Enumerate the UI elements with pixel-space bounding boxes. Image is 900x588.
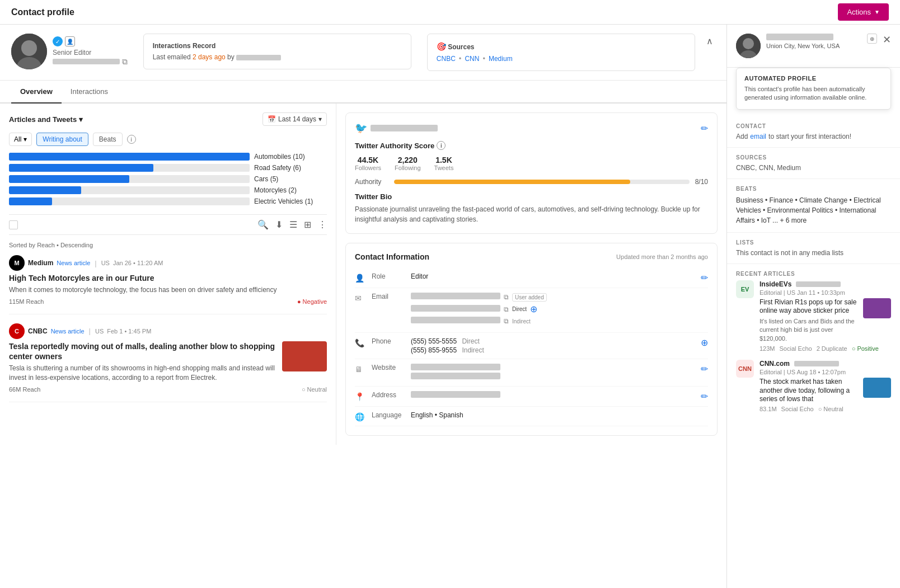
- search-icon[interactable]: 🔍: [257, 219, 269, 230]
- pipe-sep: |: [95, 259, 96, 267]
- toolbar-left: [9, 220, 18, 229]
- edit-icon[interactable]: ✏: [701, 123, 708, 134]
- copy-icon[interactable]: ⧉: [122, 57, 128, 66]
- add-phone-icon[interactable]: ⊕: [701, 337, 708, 348]
- recent-article-thumb-1: [863, 378, 891, 398]
- website-edit-icon[interactable]: ✏: [701, 364, 708, 374]
- articles-section-header: Articles and Tweets ▾ 📅 Last 14 days ▾: [9, 112, 327, 126]
- bar-fill-4: [9, 197, 52, 205]
- download-icon[interactable]: ⬇: [275, 219, 283, 230]
- phone-values: (555) 555-5555 Direct (555) 855-9555 Ind…: [411, 337, 695, 354]
- email-values: ⧉ User added ⧉ Direct ⊕: [411, 293, 708, 328]
- twitter-score-title: Twitter Authority Score i: [355, 141, 708, 150]
- recent-pub-row-0: InsideEVs: [760, 280, 891, 288]
- pub-date-1: Feb 1 • 1:45 PM: [107, 328, 151, 335]
- email-icon: ✉: [355, 294, 366, 303]
- sidebar-profile-badge[interactable]: ⊕: [867, 34, 877, 44]
- pub-name-0: Medium: [28, 259, 53, 267]
- articles-toolbar: 🔍 ⬇ ☰ ⊞ ⋮: [9, 214, 327, 235]
- more-icon[interactable]: ⋮: [318, 219, 327, 230]
- bar-label-2: Cars (5): [254, 175, 327, 183]
- bar-track-1: [9, 164, 250, 172]
- twitter-stats: 44.5K Followers 2,220 Following 1.5K Twe…: [355, 156, 708, 171]
- recent-pub-meta-0: Editorial | US Jan 11 • 10:33pm: [760, 289, 891, 296]
- sentiment-icon-0: ●: [297, 298, 301, 305]
- copy-email-1[interactable]: ⧉: [504, 305, 509, 313]
- twitter-info-icon[interactable]: i: [437, 141, 446, 150]
- bar-track-0: [9, 153, 250, 161]
- bar-label-0: Automobiles (10): [254, 153, 327, 161]
- sidebar-location: Union City, New York, USA: [766, 43, 861, 49]
- pub-type-1: News article: [51, 328, 85, 335]
- select-all-checkbox[interactable]: [9, 220, 18, 229]
- pub-avatar-1: C: [9, 323, 25, 339]
- chevron-down-icon: ▼: [874, 9, 880, 15]
- email-blurred-2: [411, 317, 500, 323]
- bar-chart: Automobiles (10) Road Safety (6) Cars (5…: [9, 153, 327, 205]
- beats-button[interactable]: Beats: [93, 133, 123, 146]
- info-icon[interactable]: i: [127, 135, 136, 144]
- article-sentiment-1: ○ Neutral: [302, 386, 327, 393]
- interactions-card: Interactions Record Last emailed 2 days …: [143, 34, 411, 69]
- article-title-0: High Tech Motorcyles are in our Future: [9, 273, 327, 283]
- left-panel: ✓ 👤 Senior Editor ⧉ Interactions Record …: [0, 25, 726, 588]
- recent-article-info-0: InsideEVs Editorial | US Jan 11 • 10:33p…: [760, 280, 891, 352]
- recent-sentiment-1: ○ Neutral: [818, 406, 843, 412]
- contact-name-blurred: [53, 59, 120, 64]
- all-dropdown-button[interactable]: All ▾: [9, 133, 32, 146]
- verified-badge: ✓: [53, 36, 63, 46]
- role-icon: 👤: [355, 274, 366, 283]
- twitter-icon: 🐦: [355, 122, 367, 134]
- article-reach-1: 66M Reach: [9, 386, 40, 393]
- columns-icon[interactable]: ⊞: [304, 219, 311, 230]
- source-cnbc[interactable]: CNBC: [437, 55, 456, 63]
- articles-title-button[interactable]: Articles and Tweets ▾: [9, 115, 83, 124]
- tab-overview[interactable]: Overview: [11, 81, 62, 104]
- left-content: Articles and Tweets ▾ 📅 Last 14 days ▾ A…: [0, 104, 336, 445]
- email-blurred-0: [411, 293, 500, 299]
- pub-type-0: News article: [57, 260, 90, 266]
- copy-email-0[interactable]: ⧉: [504, 293, 509, 301]
- sidebar-avatar: [736, 34, 761, 58]
- address-blurred: [411, 391, 500, 398]
- recent-article-info-1: CNN.com Editorial | US Aug 18 • 12:07pm …: [760, 360, 891, 412]
- email-blurred-1: [411, 305, 500, 312]
- interactions-by-blurred: [236, 55, 281, 60]
- avatar: [11, 34, 47, 69]
- source-cnn[interactable]: CNN: [465, 55, 479, 63]
- sentiment-icon-1: ○: [302, 386, 306, 393]
- filter-icon[interactable]: ☰: [289, 219, 297, 230]
- tab-interactions[interactable]: Interactions: [62, 81, 117, 104]
- contact-info-header: Contact Information Updated more than 2 …: [355, 252, 708, 261]
- address-edit-icon[interactable]: ✏: [701, 391, 708, 402]
- writing-about-button[interactable]: Writing about: [36, 133, 88, 146]
- twitter-handle-blurred: [371, 125, 438, 131]
- pipe-sep-1: |: [89, 327, 91, 335]
- bar-row-4: Electric Vehicles (1): [9, 197, 327, 205]
- bar-row-2: Cars (5): [9, 175, 327, 183]
- actions-button[interactable]: Actions ▼: [838, 3, 889, 21]
- article-desc-1: Tesla is shuttering a number of its show…: [9, 364, 276, 383]
- twitter-handle: 🐦: [355, 122, 438, 134]
- copy-email-2[interactable]: ⧉: [504, 317, 509, 325]
- toolbar-right: 🔍 ⬇ ☰ ⊞ ⋮: [257, 219, 327, 230]
- sidebar-sources-text: CNBC, CNN, Medium: [736, 164, 891, 172]
- article-item-1: C CNBC News article | US Feb 1 • 1:45 PM…: [9, 323, 327, 402]
- phone-row-1: (555) 855-9555 Indirect: [411, 346, 695, 354]
- language-icon: 🌐: [355, 412, 366, 421]
- sidebar-add-email-link[interactable]: email: [750, 133, 766, 140]
- recent-pub-row-1: CNN.com: [760, 360, 891, 368]
- address-icon: 📍: [355, 392, 366, 401]
- interactions-sub: Last emailed 2 days ago by: [153, 53, 402, 61]
- recent-article-item-0: EV InsideEVs Editorial | US Jan 11 • 10:…: [736, 280, 891, 352]
- source-medium[interactable]: Medium: [489, 55, 513, 63]
- date-filter-button[interactable]: 📅 Last 14 days ▾: [262, 112, 327, 126]
- close-button[interactable]: ✕: [883, 34, 891, 46]
- collapse-button[interactable]: ∧: [704, 34, 715, 49]
- recent-article-thumb-0: [863, 298, 891, 318]
- article-item-0: M Medium News article | US Jan 26 • 11:2…: [9, 255, 327, 314]
- article-with-img-1: Tesla reportedly moving out of malls, de…: [9, 341, 327, 386]
- automated-popup: AUTOMATED PROFILE This contact's profile…: [736, 68, 891, 110]
- role-edit-icon[interactable]: ✏: [701, 272, 708, 283]
- add-more-icon[interactable]: ⊕: [530, 304, 537, 314]
